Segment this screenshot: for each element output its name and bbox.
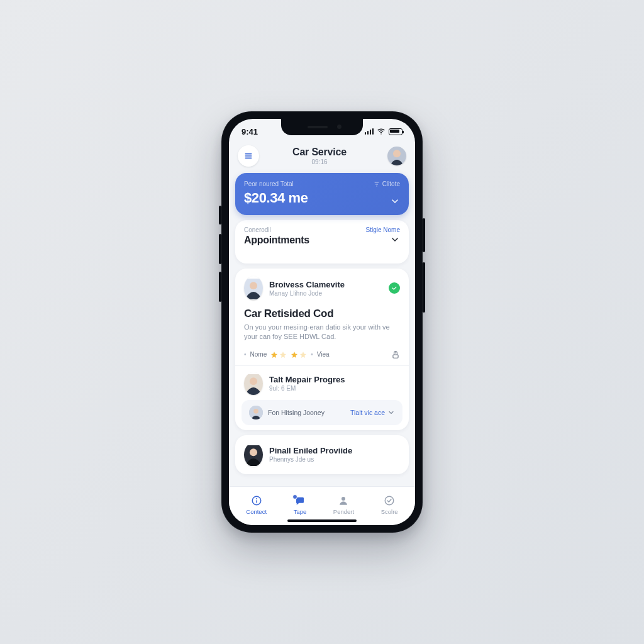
total-amount: $20.34 me xyxy=(244,190,400,206)
star-icon xyxy=(270,351,278,358)
mechanic-avatar[interactable] xyxy=(244,372,263,395)
svg-point-0 xyxy=(380,134,381,135)
info-icon xyxy=(251,495,262,506)
tab-label: Scolre xyxy=(381,508,398,515)
footer-right-text: Tialt vic ace xyxy=(350,409,385,416)
page-title: Car Service xyxy=(262,147,377,158)
wifi-icon xyxy=(377,127,386,136)
screen: 9:41 Car Service 09:16 xyxy=(229,119,415,525)
svg-rect-17 xyxy=(256,500,257,503)
section-link[interactable]: Stigie Nome xyxy=(366,226,400,233)
battery-icon xyxy=(389,128,402,135)
card-footer[interactable]: Fon Hitsing Jooney Tialt vic ace xyxy=(242,400,402,425)
star-icon xyxy=(299,351,307,358)
tab-tape[interactable]: Tape xyxy=(294,495,307,515)
share-icon[interactable] xyxy=(391,350,400,359)
side-button xyxy=(423,262,425,313)
verified-badge xyxy=(389,282,400,294)
star-icon xyxy=(279,351,287,358)
person-icon xyxy=(338,495,349,506)
job-title: Car Retisided Cod xyxy=(244,308,400,320)
provider-meta: Phennys Jde us xyxy=(269,456,400,463)
divider xyxy=(235,365,409,366)
section-title: Appointments xyxy=(244,235,400,246)
rating-stars xyxy=(291,351,307,358)
provider-avatar[interactable] xyxy=(244,276,263,300)
svg-point-16 xyxy=(256,498,257,499)
tab-score[interactable]: Scolre xyxy=(381,495,398,515)
volume-up xyxy=(219,234,221,264)
footer-left-text: Fon Hitsing Jooney xyxy=(268,409,325,416)
svg-point-7 xyxy=(250,282,257,289)
footer-avatar xyxy=(249,406,263,419)
progress-name: Talt Mepair Progres xyxy=(269,375,400,384)
info-row: • Nome • Viea xyxy=(244,350,400,359)
chevron-down-icon[interactable] xyxy=(390,235,400,245)
provider-avatar[interactable] xyxy=(244,443,263,467)
total-right-label: Clitote xyxy=(382,180,400,187)
total-card[interactable]: Peor noured Total Clitote $20.34 me xyxy=(235,173,409,215)
header: Car Service 09:16 xyxy=(235,144,409,168)
menu-icon xyxy=(243,151,253,161)
mute-switch xyxy=(219,206,221,225)
cellular-icon xyxy=(365,128,374,135)
info-left: Nome xyxy=(250,351,267,358)
status-right xyxy=(365,127,403,136)
svg-point-14 xyxy=(250,448,257,456)
progress-time: 9ul: 6 EM xyxy=(269,385,400,392)
menu-button[interactable] xyxy=(238,145,259,167)
volume-down xyxy=(219,272,221,302)
svg-rect-8 xyxy=(393,355,398,358)
filter-icon xyxy=(374,181,380,187)
appointment-card[interactable]: Pinall Eniled Proviide Phennys Jde us xyxy=(235,435,409,474)
progress-row[interactable]: Talt Mepair Progres 9ul: 6 EM xyxy=(244,372,400,395)
side-button xyxy=(423,218,425,252)
notification-dot xyxy=(292,494,297,499)
chevron-down-icon[interactable] xyxy=(390,196,400,206)
appointment-card[interactable]: Broivess Clamevite Manay Llihno Jode Car… xyxy=(235,269,409,430)
home-indicator[interactable] xyxy=(287,519,357,522)
svg-point-5 xyxy=(393,150,401,157)
phone-frame: 9:41 Car Service 09:16 xyxy=(221,111,423,533)
check-circle-icon xyxy=(384,495,395,506)
svg-point-12 xyxy=(253,409,258,414)
rating-stars xyxy=(270,351,287,358)
job-description: On you your mesiing-eran datio sik your … xyxy=(244,323,400,341)
page-subtitle: 09:16 xyxy=(262,158,377,165)
svg-point-18 xyxy=(341,497,345,501)
svg-point-10 xyxy=(250,377,257,385)
tab-label: Contect xyxy=(246,508,267,515)
chevron-down-icon xyxy=(387,409,395,416)
appointments-section[interactable]: Conerodil Stigie Nome Appointments xyxy=(235,220,409,264)
provider-name: Pinall Eniled Proviide xyxy=(269,446,400,455)
check-icon xyxy=(391,285,397,291)
section-overline: Conerodil xyxy=(244,226,271,233)
notch xyxy=(281,119,363,135)
tab-contact[interactable]: Contect xyxy=(246,495,267,515)
provider-name: Broivess Clamevite xyxy=(269,280,382,289)
status-time: 9:41 xyxy=(242,127,258,136)
star-icon xyxy=(291,351,298,358)
tab-pendert[interactable]: Pendert xyxy=(333,495,354,515)
profile-avatar[interactable] xyxy=(387,147,406,165)
footer-action[interactable]: Tialt vic ace xyxy=(350,409,395,416)
content-scroll[interactable]: Car Service 09:16 Peor noured Total Clit… xyxy=(229,144,415,486)
total-label: Peor noured Total xyxy=(244,180,294,187)
svg-point-19 xyxy=(385,496,394,505)
tab-label: Pendert xyxy=(333,508,354,515)
provider-meta: Manay Llihno Jode xyxy=(269,290,382,297)
tab-label: Tape xyxy=(294,508,307,515)
info-right: Viea xyxy=(317,351,330,358)
